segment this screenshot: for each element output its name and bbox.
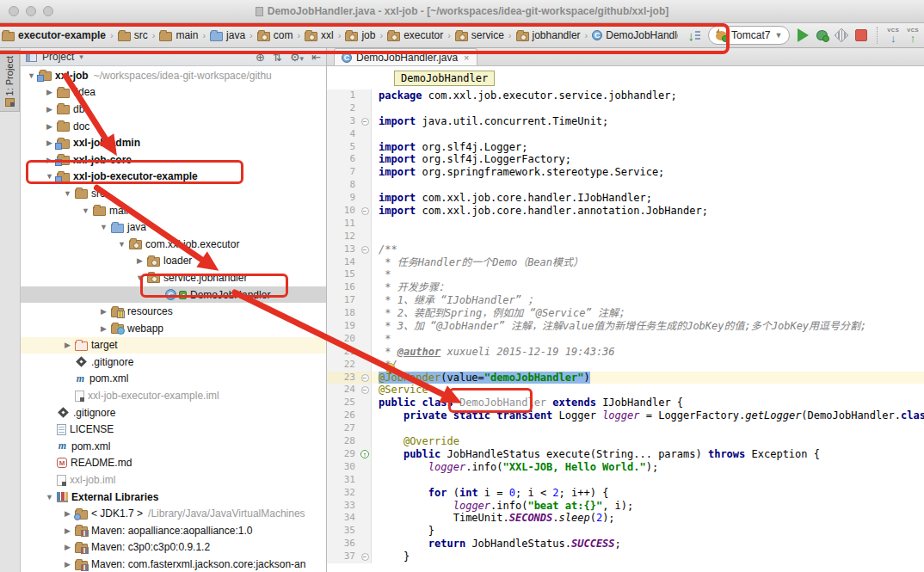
- line-number[interactable]: 1: [327, 89, 359, 102]
- code-line-8[interactable]: 8: [327, 179, 924, 192]
- gutter[interactable]: 27: [327, 422, 372, 435]
- code-line-6[interactable]: 6import org.slf4j.LoggerFactory;: [327, 153, 924, 166]
- tree-chevron[interactable]: ▶: [96, 324, 111, 333]
- code-line-11[interactable]: 11: [327, 218, 924, 231]
- gutter[interactable]: 11: [327, 218, 372, 231]
- collapse-all-icon[interactable]: ⇅: [273, 51, 282, 64]
- tree-item-target[interactable]: ▶target: [21, 337, 326, 354]
- line-number[interactable]: 14: [327, 256, 359, 269]
- gutter[interactable]: 35: [327, 525, 372, 538]
- code-line-3[interactable]: 3−import java.util.concurrent.TimeUnit;: [327, 115, 924, 128]
- tree-item-pom-xml[interactable]: pom.xml: [21, 371, 326, 388]
- breadcrumb-item-executor[interactable]: executor: [385, 29, 445, 41]
- breadcrumb-item-service[interactable]: service: [453, 29, 506, 41]
- gutter[interactable]: 10−: [327, 205, 372, 218]
- line-number[interactable]: 15: [327, 268, 359, 281]
- gutter[interactable]: 6: [327, 153, 372, 166]
- gutter[interactable]: 37−: [327, 550, 372, 563]
- gutter[interactable]: 32: [327, 487, 372, 500]
- code-line-20[interactable]: 20 *: [327, 333, 924, 346]
- line-number[interactable]: 21: [327, 346, 359, 359]
- tree-item-license[interactable]: LICENSE: [21, 421, 326, 438]
- code-line-4[interactable]: 4: [327, 128, 924, 141]
- code-line-12[interactable]: 12: [327, 231, 924, 243]
- tree-item-maven-c3p0-c3p0-0-9-1-2[interactable]: ▶Maven: c3p0:c3p0:0.9.1.2: [21, 539, 326, 557]
- debug-button[interactable]: [816, 30, 828, 40]
- tree-item-webapp[interactable]: ▶webapp: [21, 320, 326, 337]
- breadcrumb-item-java[interactable]: java: [208, 29, 247, 41]
- code-line-9[interactable]: 9import com.xxl.job.core.handler.IJobHan…: [327, 192, 924, 205]
- code-line-35[interactable]: 35 }: [327, 525, 924, 538]
- tree-chevron[interactable]: ▶: [60, 509, 75, 518]
- code-line-15[interactable]: 15 *: [327, 268, 924, 281]
- line-number[interactable]: 3: [327, 115, 359, 128]
- tree-item-maven-aopalliance-aopalliance-1-0[interactable]: ▶Maven: aopalliance:aopalliance:1.0: [21, 522, 326, 539]
- tree-item-doc[interactable]: ▶doc: [21, 118, 326, 135]
- code-line-23[interactable]: 23−@JobHander(value="demoJobHandler"): [327, 372, 924, 384]
- code-line-26[interactable]: 26 private static transient Logger logge…: [327, 409, 924, 422]
- breadcrumb-item-xxl[interactable]: xxl: [303, 29, 336, 41]
- gutter[interactable]: 28: [327, 435, 372, 448]
- close-tab-icon[interactable]: ×: [464, 52, 469, 63]
- gutter[interactable]: 20: [327, 333, 372, 346]
- code-line-32[interactable]: 32 for (int i = 0; i < 2; i++) {: [327, 487, 924, 500]
- gutter[interactable]: 1: [327, 89, 372, 102]
- override-method-icon[interactable]: ↑: [360, 450, 369, 458]
- gutter[interactable]: 15: [327, 268, 372, 281]
- code-line-31[interactable]: 31: [327, 474, 924, 487]
- code-line-18[interactable]: 18 * 2、装配到Spring，例如加 “@Service” 注解；: [327, 307, 924, 320]
- gutter[interactable]: 13−: [327, 243, 372, 256]
- hide-panel-icon[interactable]: ⇤: [311, 51, 321, 64]
- line-number[interactable]: 36: [327, 538, 359, 550]
- tree-chevron[interactable]: ▶: [42, 122, 57, 131]
- tree-item-readme-md[interactable]: README.md: [21, 455, 326, 472]
- line-number[interactable]: 24: [327, 384, 359, 397]
- line-number[interactable]: 5: [327, 141, 359, 154]
- line-number[interactable]: 11: [327, 218, 359, 231]
- gutter[interactable]: 5: [327, 141, 372, 154]
- line-number[interactable]: 20: [327, 333, 359, 346]
- line-number[interactable]: 16: [327, 281, 359, 294]
- vcs-commit-button[interactable]: VCS↑: [907, 28, 919, 44]
- line-number[interactable]: 7: [327, 166, 359, 179]
- tree-chevron[interactable]: ▶: [96, 307, 111, 316]
- gutter[interactable]: 17: [327, 294, 372, 307]
- line-number[interactable]: 10: [327, 205, 359, 218]
- line-number[interactable]: 4: [327, 128, 359, 141]
- line-number[interactable]: 32: [327, 487, 359, 500]
- code-line-10[interactable]: 10−import com.xxl.job.core.handler.annot…: [327, 205, 924, 218]
- line-number[interactable]: 17: [327, 294, 359, 307]
- gutter[interactable]: 22: [327, 359, 372, 372]
- code-line-24[interactable]: 24−@Service: [327, 384, 924, 397]
- gutter[interactable]: 9: [327, 192, 372, 205]
- breadcrumb-item-job[interactable]: job: [343, 29, 377, 41]
- code-line-36[interactable]: 36 return JobHandleStatus.SUCCESS;: [327, 538, 924, 550]
- breadcrumb-item-demojobhandler[interactable]: DemoJobHandler: [590, 29, 678, 41]
- line-number[interactable]: 19: [327, 320, 359, 333]
- tree-item-xxl-job-core[interactable]: ▶xxl-job-core: [21, 151, 326, 169]
- line-number[interactable]: 26: [327, 409, 359, 422]
- tree-item-com-xxl-job-executor[interactable]: ▼com.xxl.job.executor: [21, 236, 326, 253]
- line-number[interactable]: 9: [327, 192, 359, 205]
- line-number[interactable]: 13: [327, 243, 359, 256]
- breadcrumb-item-main[interactable]: main: [157, 29, 200, 41]
- tree-item-idea[interactable]: ▶.idea: [21, 84, 326, 101]
- line-number[interactable]: 29: [327, 448, 359, 461]
- code-line-25[interactable]: 25public class DemoJobHandler extends IJ…: [327, 397, 924, 409]
- coverage-button[interactable]: [835, 28, 849, 43]
- tree-item-xxl-job[interactable]: ▼xxl-job~/workspaces/idea-git-workspace/…: [21, 67, 326, 84]
- tree-item-xxl-job-admin[interactable]: ▶xxl-job-admin: [21, 134, 326, 151]
- gutter[interactable]: 19: [327, 320, 372, 333]
- code-line-33[interactable]: 33 logger.info("beat at:{}", i);: [327, 500, 924, 513]
- tree-chevron[interactable]: ▶: [60, 341, 75, 349]
- breadcrumb-item-com[interactable]: com: [256, 29, 295, 41]
- chevron-down-icon[interactable]: ▾: [79, 52, 83, 61]
- gutter[interactable]: 21: [327, 346, 372, 359]
- code-line-7[interactable]: 7import org.springframework.stereotype.S…: [327, 166, 924, 179]
- run-button[interactable]: [798, 28, 809, 42]
- locate-icon[interactable]: ⊕: [256, 51, 265, 64]
- code-line-17[interactable]: 17 * 1、继承 “IJobHandler” ；: [327, 294, 924, 307]
- gutter[interactable]: 2: [327, 102, 372, 115]
- tree-chevron[interactable]: ▶: [60, 543, 75, 551]
- line-number[interactable]: 35: [327, 525, 359, 538]
